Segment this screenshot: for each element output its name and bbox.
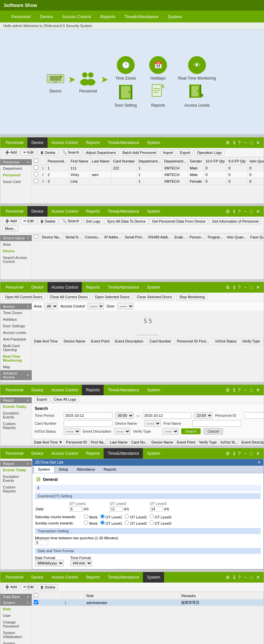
sidebar-map[interactable]: Map <box>0 364 32 370</box>
sidebar-custom-reports[interactable]: Custom Reports <box>0 420 32 431</box>
evt-desc-select[interactable]: —— <box>114 428 130 435</box>
rpt-export-btn[interactable]: Export <box>34 396 50 402</box>
p4-nav-ta[interactable]: Time&Attendance <box>104 385 143 395</box>
p5-nav-device[interactable]: Device <box>27 448 48 459</box>
col-last-name[interactable]: Last Name <box>90 158 111 165</box>
row3-check[interactable] <box>34 179 38 183</box>
p3-minimize-icon[interactable]: − <box>243 284 248 291</box>
select-all-checkbox[interactable] <box>34 159 38 163</box>
ac-stop-mon-btn[interactable]: Stop Monitoring <box>177 294 207 300</box>
time-from-time[interactable]: 00:00 <box>115 412 134 419</box>
sys-sidebar-user[interactable]: User <box>0 612 32 619</box>
rpt-col-devname[interactable]: Device Name <box>149 439 175 446</box>
p1-adjust-dept-btn[interactable]: Adjust Department <box>83 150 118 156</box>
p6-help-icon[interactable]: ? <box>237 574 242 581</box>
p2-get-personnel-btn[interactable]: Get Personnel Data From Device <box>149 218 208 224</box>
p2-nav-ta[interactable]: Time&Attendance <box>104 206 143 217</box>
sat-ot1-radio[interactable] <box>100 514 105 519</box>
p6-minimize-icon[interactable]: − <box>243 574 248 581</box>
row1-check[interactable] <box>34 165 38 170</box>
d-col-check[interactable] <box>32 233 40 241</box>
d-col-sport[interactable]: Serial Port... <box>123 233 147 241</box>
p6-nav-ta[interactable]: Time&Attendance <box>104 572 143 583</box>
p6-close-icon[interactable]: ✕ <box>255 574 261 581</box>
p6-nav-access[interactable]: Access Control <box>48 572 82 583</box>
p2-nav-access[interactable]: Access Control <box>48 206 82 217</box>
p1-maximize-icon[interactable]: □ <box>249 139 254 146</box>
d-col-serial[interactable]: Serial N... <box>63 233 83 241</box>
flow-reports-icon[interactable]: Reports <box>143 83 173 108</box>
sidebar-access-levels[interactable]: Access Levels <box>0 329 32 336</box>
p1-nav-device[interactable]: Device <box>27 137 48 148</box>
area-select[interactable]: All <box>44 303 58 309</box>
table-row[interactable]: 2 2Vickywen1XMTECHMale0000 <box>32 171 264 178</box>
p1-settings-icon[interactable]: ⚙ <box>225 139 231 146</box>
table-row[interactable]: 1 11112221XMTECHMale0000 <box>32 165 264 171</box>
col-fp10[interactable]: 10.0 FP Qty <box>204 158 227 165</box>
col-dept2[interactable]: Department... <box>162 158 188 165</box>
p4-nav-access[interactable]: Access Control <box>48 385 82 395</box>
p3-nav-reports[interactable]: Reports <box>82 282 104 293</box>
col-dept1[interactable]: Department... <box>137 158 162 165</box>
sun-ot2-radio[interactable] <box>125 520 129 525</box>
date-format-select[interactable]: MM/dd/yyyy <box>35 560 64 566</box>
p2-settings-icon[interactable]: ⚙ <box>225 208 231 215</box>
p2-more-btn[interactable]: More... <box>2 226 19 232</box>
ta-sidebar-exception[interactable]: Exception Events <box>0 473 32 484</box>
sys-sidebar-role[interactable]: Role <box>0 606 32 612</box>
sidebar-area[interactable]: Area <box>0 241 32 248</box>
daily-ot3-input[interactable] <box>150 506 163 512</box>
p5-close-icon[interactable]: ✕ <box>255 450 261 457</box>
p1-import-btn[interactable]: Import <box>160 150 176 156</box>
p3-info-icon[interactable]: ℹ <box>232 284 236 291</box>
table-row[interactable]: 1 administrator 超级管理员 <box>32 599 264 606</box>
sys-col-remarks[interactable]: Remarks <box>180 592 264 599</box>
p1-search-btn[interactable]: 🔍 Search <box>59 149 82 156</box>
p2-nav-reports[interactable]: Reports <box>82 206 104 217</box>
p2-search-btn[interactable]: 🔍 Search <box>59 218 82 224</box>
sys-col-role[interactable]: Role <box>84 592 180 599</box>
p5-nav-access[interactable]: Access Control <box>48 448 82 459</box>
search-btn[interactable]: Search <box>181 428 201 434</box>
p4-maximize-icon[interactable]: □ <box>249 387 254 393</box>
p2-edit-btn[interactable]: ✏ Edit <box>21 218 36 224</box>
sat-work-radio[interactable] <box>84 514 88 519</box>
sidebar-exception-events[interactable]: Exception Events <box>0 410 32 420</box>
d-col-vein[interactable]: Vein Quan... <box>225 233 248 241</box>
p1-nav-system[interactable]: System <box>143 137 164 148</box>
rpt-col-cardnum[interactable]: Card Nu... <box>129 439 149 446</box>
daily-ot2-input[interactable] <box>110 506 123 512</box>
row2-check[interactable] <box>34 172 38 176</box>
dialog-close-icon[interactable]: ✕ <box>257 460 261 465</box>
rpt-col-verify[interactable]: Verify Type <box>197 439 219 446</box>
sidebar-device[interactable]: Device <box>0 248 32 254</box>
p2-minimize-icon[interactable]: − <box>243 208 248 215</box>
rpt-col-inout[interactable]: In/Out St... <box>219 439 240 446</box>
rpt-col-firstname[interactable]: First Na... <box>89 439 108 446</box>
p6-maximize-icon[interactable]: □ <box>249 574 254 581</box>
ac-open-all-btn[interactable]: Open All Current Doors <box>2 294 45 300</box>
p4-nav-reports[interactable]: Reports <box>82 385 104 395</box>
p2-info-icon[interactable]: ℹ <box>232 208 236 215</box>
p1-close-icon[interactable]: ✕ <box>255 139 261 146</box>
sys-add-btn[interactable]: ➕ Add <box>2 584 19 590</box>
time-from-date[interactable] <box>64 412 113 419</box>
ac-open-sel-btn[interactable]: Open Selected Doors <box>92 294 132 300</box>
p1-nav-access[interactable]: Access Control <box>48 137 82 148</box>
nav-access-control[interactable]: Access Control <box>57 12 95 22</box>
sun-ot3-radio[interactable] <box>149 520 154 525</box>
d-col-face[interactable]: Face Quant... <box>248 233 264 241</box>
d-col-devname[interactable]: Device Na... <box>40 233 64 241</box>
sidebar-realtime-mon[interactable]: Real-Time Monitoring <box>0 353 32 364</box>
sidebar-personnel[interactable]: Personnel <box>0 172 32 178</box>
card-num-input[interactable] <box>64 420 113 427</box>
col-gender[interactable]: Gender <box>188 158 204 165</box>
p6-info-icon[interactable]: ℹ <box>232 574 236 581</box>
door-select[interactable]: —— <box>117 303 134 309</box>
p2-nav-system[interactable]: System <box>143 206 164 217</box>
sys-delete-btn[interactable]: 🗑 Delete <box>38 584 58 590</box>
nav-reports[interactable]: Reports <box>96 12 120 22</box>
verify-type-select[interactable]: —— <box>162 428 179 435</box>
flow-time-zones[interactable]: 🕐 Time Zones <box>111 56 141 81</box>
ac-col-cardnum[interactable]: Card Number <box>148 338 175 344</box>
